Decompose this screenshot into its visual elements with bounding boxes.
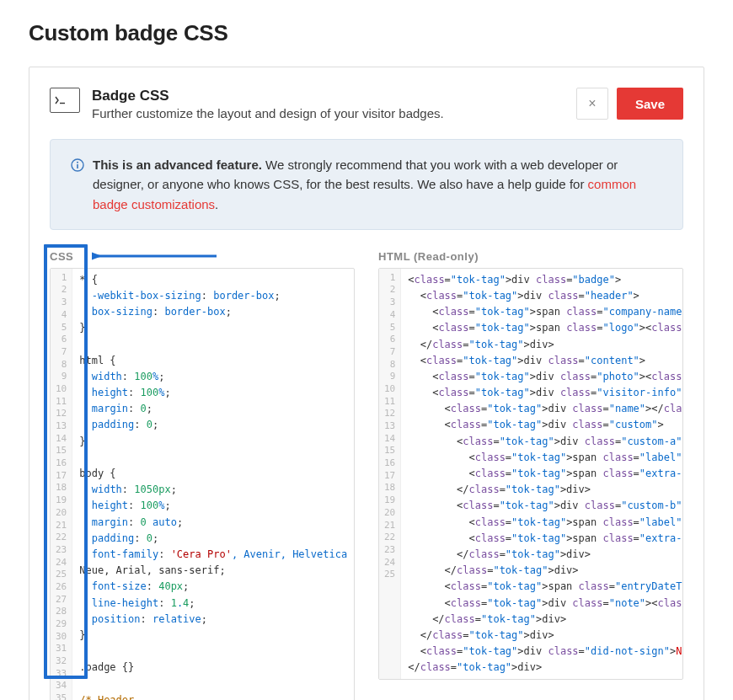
- close-button[interactable]: ×: [576, 88, 608, 120]
- panel-header: Badge CSS Further customize the layout a…: [50, 88, 683, 120]
- css-code[interactable]: * { -webkit-box-sizing: border-box; box-…: [79, 272, 347, 700]
- svg-point-2: [77, 162, 78, 163]
- terminal-icon: [50, 88, 80, 113]
- html-editor-label: HTML (Read-only): [378, 250, 683, 263]
- panel-title: Badge CSS: [92, 88, 568, 104]
- html-editor: HTML (Read-only) 12345678910111213141516…: [378, 250, 683, 700]
- css-code-frame[interactable]: 1234567891011121314151617181920212223242…: [50, 268, 355, 700]
- css-gutter: 1234567891011121314151617181920212223242…: [51, 269, 72, 700]
- panel-header-text: Badge CSS Further customize the layout a…: [92, 88, 568, 120]
- css-editor: CSS 123456789101112131415161718192021222…: [50, 250, 355, 700]
- info-banner-text: This is an advanced feature. We strongly…: [93, 155, 662, 214]
- svg-rect-3: [77, 164, 78, 168]
- html-gutter: 1234567891011121314151617181920212223242…: [379, 269, 401, 680]
- css-editor-label: CSS: [50, 250, 355, 263]
- page-title: Custom badge CSS: [29, 20, 704, 46]
- panel-description: Further customize the layout and design …: [92, 106, 568, 120]
- editors-row: CSS 123456789101112131415161718192021222…: [50, 250, 683, 700]
- info-icon: [71, 158, 84, 214]
- settings-panel: Badge CSS Further customize the layout a…: [29, 67, 704, 700]
- html-code-frame: 1234567891011121314151617181920212223242…: [378, 268, 683, 681]
- banner-bold: This is an advanced feature.: [93, 158, 262, 172]
- banner-tail: .: [215, 197, 218, 211]
- info-banner: This is an advanced feature. We strongly…: [50, 139, 683, 230]
- save-button[interactable]: Save: [617, 88, 683, 120]
- html-code: <class="tok-tag">div class="badge"> <cla…: [408, 272, 676, 676]
